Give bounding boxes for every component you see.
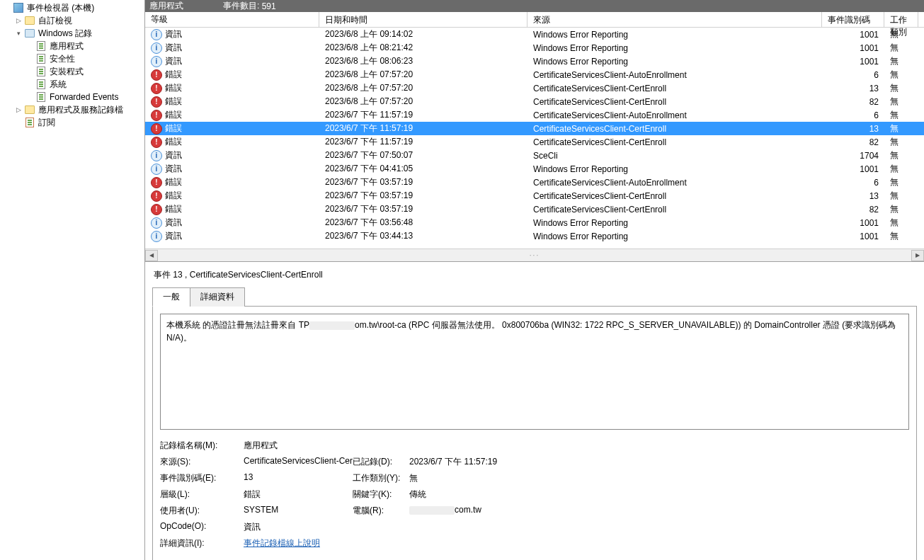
- tab-general[interactable]: 一般: [152, 287, 190, 307]
- tree-log-security[interactable]: 安全性: [0, 52, 144, 65]
- event-row[interactable]: i資訊2023/6/7 下午 03:44:13Windows Error Rep…: [145, 229, 924, 243]
- info-icon: i: [151, 29, 162, 40]
- tree-log-application[interactable]: 應用程式: [0, 40, 144, 52]
- redacted: [409, 506, 455, 515]
- tree-subscriptions[interactable]: 訂閱: [0, 116, 144, 129]
- event-row[interactable]: i資訊2023/6/8 上午 09:14:02Windows Error Rep…: [145, 28, 924, 41]
- event-row[interactable]: !錯誤2023/6/7 下午 03:57:19CertificateServic…: [145, 176, 924, 189]
- error-icon: !: [151, 177, 162, 188]
- event-row[interactable]: !錯誤2023/6/8 上午 07:57:20CertificateServic…: [145, 81, 924, 95]
- tree-log-forwarded[interactable]: Forwarded Events: [0, 91, 144, 103]
- col-category[interactable]: 工作類別: [884, 12, 918, 27]
- event-grid[interactable]: i資訊2023/6/8 上午 09:14:02Windows Error Rep…: [145, 28, 924, 248]
- tree-windows-logs[interactable]: ▾Windows 記錄: [0, 27, 144, 40]
- horizontal-scrollbar[interactable]: ◀ ··· ▶: [145, 248, 924, 261]
- expand-icon[interactable]: ▷: [14, 105, 23, 114]
- error-icon: !: [151, 123, 162, 135]
- expand-icon[interactable]: ▷: [14, 16, 23, 25]
- info-icon: i: [151, 42, 162, 54]
- navigation-tree: 事件檢視器 (本機) ▷自訂檢視 ▾Windows 記錄 應用程式 安全性 安裝…: [0, 0, 145, 560]
- error-icon: !: [151, 137, 162, 148]
- scroll-left-icon[interactable]: ◀: [145, 250, 158, 261]
- redacted: [309, 321, 355, 330]
- info-icon: i: [151, 56, 162, 67]
- scroll-right-icon[interactable]: ▶: [911, 250, 924, 261]
- error-icon: !: [151, 110, 162, 121]
- event-row[interactable]: !錯誤2023/6/7 下午 03:57:19CertificateServic…: [145, 202, 924, 216]
- info-icon: i: [151, 217, 162, 229]
- tab-details[interactable]: 詳細資料: [190, 287, 245, 307]
- event-row[interactable]: i資訊2023/6/8 上午 08:21:42Windows Error Rep…: [145, 41, 924, 55]
- event-properties: 記錄檔名稱(M):應用程式 來源(S):CertificateServicesC…: [160, 440, 909, 549]
- col-event-id[interactable]: 事件識別碼: [822, 12, 884, 27]
- log-header: 應用程式事件數目: 591: [145, 0, 924, 12]
- collapse-icon[interactable]: ▾: [14, 29, 23, 38]
- info-icon: i: [151, 164, 162, 175]
- info-icon: i: [151, 231, 162, 242]
- event-row[interactable]: !錯誤2023/6/7 下午 11:57:19CertificateServic…: [145, 122, 924, 135]
- event-row[interactable]: i資訊2023/6/7 下午 03:56:48Windows Error Rep…: [145, 216, 924, 229]
- event-row[interactable]: i資訊2023/6/8 上午 08:06:23Windows Error Rep…: [145, 55, 924, 68]
- tree-app-services[interactable]: ▷應用程式及服務記錄檔: [0, 103, 144, 116]
- error-icon: !: [151, 204, 162, 215]
- tree-root-label: 事件檢視器 (本機): [27, 2, 94, 14]
- detail-tabs: 一般 詳細資料: [152, 287, 917, 307]
- error-icon: !: [151, 83, 162, 94]
- event-row[interactable]: !錯誤2023/6/7 下午 11:57:19CertificateServic…: [145, 108, 924, 122]
- error-icon: !: [151, 96, 162, 108]
- online-help-link[interactable]: 事件記錄檔線上說明: [244, 537, 320, 549]
- event-row[interactable]: i資訊2023/6/7 下午 04:41:05Windows Error Rep…: [145, 162, 924, 176]
- event-row[interactable]: i資訊2023/6/7 下午 07:50:07SceCli1704無: [145, 149, 924, 162]
- grid-header: 等級 日期和時間 來源 事件識別碼 工作類別: [145, 12, 924, 28]
- tree-custom-views[interactable]: ▷自訂檢視: [0, 14, 144, 27]
- tree-log-system[interactable]: 系統: [0, 78, 144, 91]
- tree-root[interactable]: 事件檢視器 (本機): [0, 1, 144, 14]
- info-icon: i: [151, 150, 162, 161]
- event-row[interactable]: !錯誤2023/6/7 下午 11:57:19CertificateServic…: [145, 135, 924, 149]
- tree-log-setup[interactable]: 安裝程式: [0, 65, 144, 78]
- error-icon: !: [151, 190, 162, 202]
- event-row[interactable]: !錯誤2023/6/7 下午 03:57:19CertificateServic…: [145, 189, 924, 202]
- event-message: 本機系統 的憑證註冊無法註冊來自 TPom.tw\root-ca (RPC 伺服…: [160, 314, 909, 430]
- col-date[interactable]: 日期和時間: [319, 12, 527, 27]
- event-row[interactable]: !錯誤2023/6/8 上午 07:57:20CertificateServic…: [145, 95, 924, 108]
- col-source[interactable]: 來源: [527, 12, 822, 27]
- col-level[interactable]: 等級: [145, 12, 319, 27]
- error-icon: !: [151, 69, 162, 81]
- detail-title: 事件 13 , CertificateServicesClient-CertEn…: [145, 262, 924, 287]
- event-row[interactable]: !錯誤2023/6/8 上午 07:57:20CertificateServic…: [145, 68, 924, 81]
